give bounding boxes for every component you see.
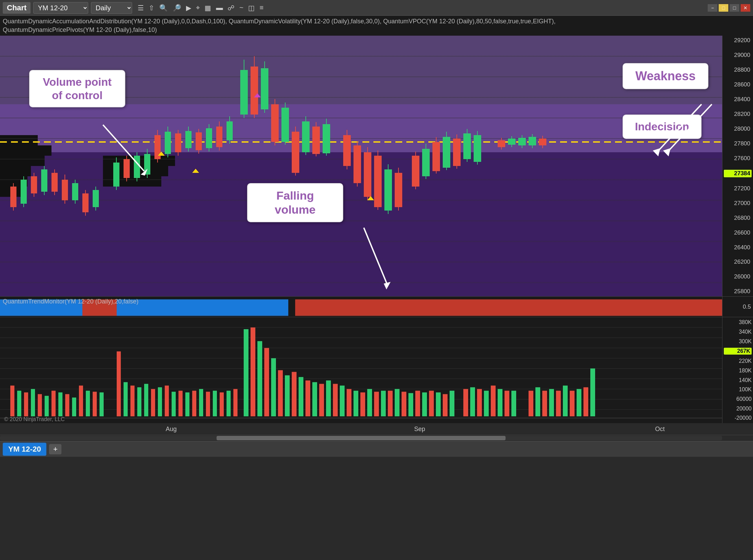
vol-300k: 300K [724,338,752,345]
price-28400: 28400 [724,96,752,103]
svg-rect-193 [333,384,338,417]
bottom-bar: YM 12-20 + [0,441,753,457]
panel-icon[interactable]: ▬ [215,3,224,12]
vol-380k: 380K [724,319,752,325]
svg-rect-4 [0,166,31,176]
svg-rect-226 [577,389,581,417]
svg-rect-204 [408,393,413,417]
price-27200: 27200 [724,185,752,192]
svg-rect-191 [319,384,324,417]
zoom-out-icon[interactable]: 🔎 [171,3,183,13]
current-price-label: 27384 [724,170,752,177]
vpoc-annotation: Volume point of control [29,70,125,107]
vol-340k: 340K [724,329,752,335]
svg-rect-196 [354,391,358,417]
vol-current: 267K [724,348,752,355]
svg-rect-210 [450,391,454,417]
svg-rect-180 [244,329,248,416]
svg-rect-213 [477,389,482,417]
svg-rect-159 [86,391,90,417]
svg-rect-201 [388,391,393,417]
chart-icon[interactable]: ☍ [226,3,236,13]
svg-rect-195 [347,389,351,417]
svg-rect-208 [436,393,441,417]
close-button[interactable]: ✕ [741,4,750,12]
chart-tab[interactable]: Chart [3,2,31,14]
crosshair-icon[interactable]: ⌖ [195,3,201,12]
restore-button[interactable]: □ [730,4,739,12]
svg-rect-149 [17,391,21,417]
instrument-select[interactable]: YM 12-20 [33,2,88,14]
vol-180k: 180K [724,368,752,374]
svg-rect-156 [65,394,69,417]
vol-100k: 100K [724,386,752,393]
svg-rect-161 [100,393,104,417]
svg-rect-135 [117,299,288,316]
svg-rect-169 [165,386,169,417]
svg-rect-168 [158,388,162,417]
price-26600: 26600 [724,229,752,236]
svg-rect-206 [422,393,427,417]
vol-20k: 20000 [724,406,752,412]
add-chart-button[interactable]: + [49,444,61,454]
svg-rect-172 [185,393,189,417]
lines-icon[interactable]: ≡ [258,3,265,12]
svg-rect-207 [429,391,434,417]
info-bar: QuantumDynamicAccumulationAndDistributio… [0,16,753,36]
cursor-icon[interactable]: ⇧ [147,3,156,13]
svg-rect-215 [491,386,496,417]
trend-axis: 0.5 [722,297,753,317]
svg-rect-225 [570,391,575,417]
svg-rect-167 [151,389,155,417]
timeframe-select[interactable]: Daily [91,2,132,14]
svg-rect-176 [213,391,217,417]
bars-icon[interactable]: ☰ [136,3,145,13]
svg-rect-205 [415,391,420,417]
svg-rect-165 [137,388,141,417]
volume-bars-svg [0,317,722,423]
svg-rect-202 [395,389,399,417]
svg-rect-212 [470,388,475,417]
price-26200: 26200 [724,259,752,265]
symbol-tab[interactable]: YM 12-20 [3,443,46,456]
svg-rect-189 [305,381,310,417]
svg-rect-164 [130,386,135,417]
svg-rect-154 [51,391,56,417]
weakness-label: Weakness [635,69,695,83]
date-axis: Aug Sep Oct [0,423,753,435]
maximize-button[interactable]: □ [719,4,728,12]
svg-rect-171 [178,391,183,417]
scroll-track[interactable] [0,436,722,440]
svg-rect-150 [24,393,28,417]
indecision-annotation: Indecision [623,115,702,139]
svg-rect-183 [264,348,269,416]
screen-icon[interactable]: ◫ [247,3,256,13]
main-chart[interactable]: 29200 29000 28800 28600 28400 28200 2800… [0,36,753,296]
zoom-in-icon[interactable]: 🔍 [158,3,169,13]
scroll-thumb[interactable] [217,436,506,440]
svg-rect-153 [45,396,49,417]
price-27800: 27800 [724,140,752,147]
svg-rect-190 [312,382,317,417]
svg-rect-177 [220,393,224,417]
toolbar: ☰ ⇧ 🔍 🔎 ▶ ⌖ ▦ ▬ ☍ ~ ◫ ≡ [136,3,265,13]
svg-rect-224 [563,386,568,417]
vol-60k: 60000 [724,396,752,402]
price-29200: 29200 [724,37,752,44]
date-oct: Oct [655,426,665,433]
rect-icon[interactable]: ▦ [203,3,212,13]
info-text-line2: QuantumDynamicPricePivots(YM 12-20 (Dail… [3,26,157,33]
svg-rect-187 [292,372,297,417]
minimize-button[interactable]: − [708,4,717,12]
price-28600: 28600 [724,81,752,88]
pointer-icon[interactable]: ▶ [185,3,193,13]
svg-rect-192 [326,381,331,417]
price-axis: 29200 29000 28800 28600 28400 28200 2800… [722,36,753,296]
svg-rect-163 [124,382,128,417]
price-29000: 29000 [724,52,752,59]
svg-rect-155 [58,393,62,417]
price-25800: 25800 [724,288,752,295]
svg-rect-6 [0,135,38,145]
price-28800: 28800 [724,67,752,73]
wave-icon[interactable]: ~ [238,3,245,12]
